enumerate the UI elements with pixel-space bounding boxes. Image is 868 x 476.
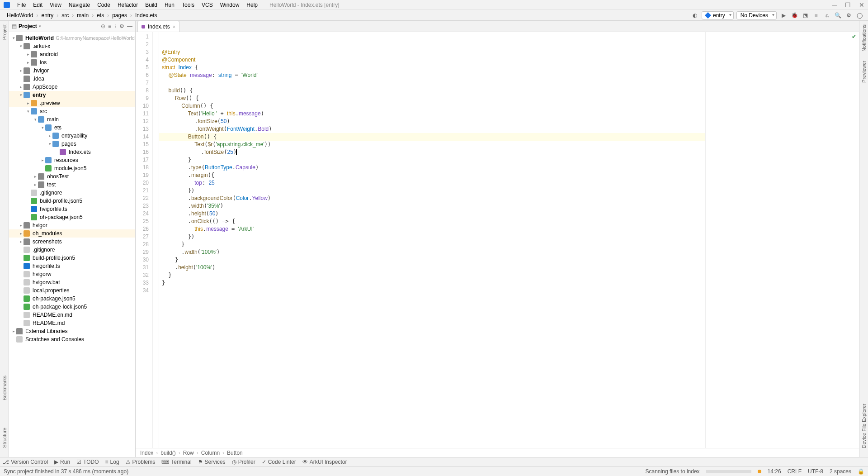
- menu-refactor[interactable]: Refactor: [115, 1, 141, 9]
- code-breadcrumb-item[interactable]: Index: [140, 450, 153, 456]
- device-file-explorer-rail-tab[interactable]: Device File Explorer: [861, 404, 867, 448]
- menu-window[interactable]: Window: [217, 1, 242, 9]
- tree-node[interactable]: ▾HelloWorldG:\HarmonyNamespace\HelloWorl…: [9, 34, 135, 42]
- breadcrumb-item[interactable]: entry: [39, 12, 56, 19]
- stop-button[interactable]: ■: [812, 11, 820, 19]
- tree-node[interactable]: .idea: [9, 75, 135, 83]
- tree-node[interactable]: ▸External Libraries: [9, 327, 135, 335]
- device-dropdown[interactable]: No Devices: [736, 11, 777, 19]
- tool-terminal[interactable]: ⌨Terminal: [161, 459, 191, 465]
- tree-node[interactable]: ▸screenshots: [9, 238, 135, 246]
- tool-arkui-inspector[interactable]: 👁ArkUI Inspector: [302, 459, 347, 465]
- tree-node[interactable]: oh-package.json5: [9, 295, 135, 303]
- tree-node[interactable]: Scratches and Consoles: [9, 335, 135, 343]
- previewer-rail-tab[interactable]: Previewer: [861, 61, 867, 83]
- hide-panel-icon[interactable]: —: [127, 23, 132, 29]
- tree-node[interactable]: hvigorfile.ts: [9, 262, 135, 270]
- tool-log[interactable]: ≡Log: [105, 459, 119, 465]
- collapse-all-icon[interactable]: ⫶: [114, 23, 117, 29]
- tool-services[interactable]: ⚑Services: [198, 459, 226, 465]
- editor-tab[interactable]: Index.ets ×: [137, 21, 179, 32]
- search-everywhere-icon[interactable]: 🔍: [834, 11, 842, 19]
- tool-code-linter[interactable]: ✓Code Linter: [262, 459, 296, 465]
- tree-node[interactable]: .gitignore: [9, 246, 135, 254]
- breadcrumb-item[interactable]: HelloWorld: [5, 12, 35, 19]
- warning-indicator-icon[interactable]: [758, 470, 761, 473]
- menu-tools[interactable]: Tools: [179, 1, 197, 9]
- settings-icon[interactable]: ⚙: [844, 11, 853, 19]
- close-window-button[interactable]: ✕: [859, 1, 864, 9]
- tree-node[interactable]: hvigorw: [9, 270, 135, 278]
- tree-node[interactable]: ▸hvigor: [9, 221, 135, 229]
- tree-node[interactable]: module.json5: [9, 164, 135, 172]
- notifications-rail-tab[interactable]: Notifications: [861, 24, 867, 52]
- expand-all-icon[interactable]: ≡: [108, 23, 111, 29]
- tree-node[interactable]: ▾main: [9, 115, 135, 124]
- minimize-button[interactable]: ─: [832, 1, 837, 9]
- fold-gutter[interactable]: [153, 32, 159, 448]
- menu-code[interactable]: Code: [94, 1, 113, 9]
- tree-node[interactable]: ▸.preview: [9, 99, 135, 107]
- breadcrumb-item[interactable]: ets: [94, 12, 106, 19]
- code-editor[interactable]: @Entry @Component struct Index { @State …: [159, 32, 705, 448]
- tree-node[interactable]: ▸ohosTest: [9, 172, 135, 181]
- tree-node[interactable]: ▸ios: [9, 58, 135, 67]
- breadcrumb-item[interactable]: src: [59, 12, 71, 19]
- analysis-ok-icon[interactable]: ✔: [852, 33, 856, 40]
- tool-version-control[interactable]: ⎇Version Control: [3, 459, 48, 465]
- tool-profiler[interactable]: ◷Profiler: [232, 459, 255, 465]
- tree-node[interactable]: hvigorw.bat: [9, 278, 135, 286]
- tree-node[interactable]: hvigorfile.ts: [9, 205, 135, 213]
- debug-button[interactable]: 🐞: [790, 11, 798, 19]
- attach-debug-icon[interactable]: ⎌: [823, 11, 831, 19]
- run-config-dropdown[interactable]: entry: [702, 11, 734, 19]
- tree-node[interactable]: local.properties: [9, 286, 135, 295]
- lock-icon[interactable]: 🔒: [858, 468, 864, 475]
- select-open-file-icon[interactable]: ⊙: [101, 23, 105, 29]
- tree-node[interactable]: ▾pages: [9, 140, 135, 148]
- tree-node[interactable]: .gitignore: [9, 189, 135, 197]
- project-rail-tab[interactable]: Project: [2, 24, 7, 40]
- code-breadcrumb-item[interactable]: Column: [201, 450, 220, 456]
- tree-node[interactable]: README.en.md: [9, 311, 135, 319]
- tree-node[interactable]: Index.ets: [9, 148, 135, 156]
- close-tab-icon[interactable]: ×: [173, 24, 175, 29]
- tool-problems[interactable]: ⚠Problems: [126, 459, 156, 465]
- breadcrumb-item[interactable]: Index.ets: [133, 12, 160, 19]
- tree-node[interactable]: ▸.hvigor: [9, 67, 135, 75]
- menu-vcs[interactable]: VCS: [199, 1, 216, 9]
- tree-node[interactable]: ▸entryability: [9, 132, 135, 140]
- tree-node[interactable]: README.md: [9, 319, 135, 327]
- breadcrumb-item[interactable]: pages: [110, 12, 129, 19]
- coverage-button[interactable]: ⬔: [801, 11, 809, 19]
- shield-icon[interactable]: ◐: [691, 11, 699, 19]
- run-button[interactable]: ▶: [779, 11, 788, 19]
- menu-file[interactable]: File: [14, 1, 28, 9]
- line-separator[interactable]: CRLF: [788, 468, 802, 475]
- file-encoding[interactable]: UTF-8: [808, 468, 823, 475]
- tool-todo[interactable]: ☑TODO: [76, 459, 99, 465]
- tree-node[interactable]: oh-package.json5: [9, 213, 135, 221]
- menu-view[interactable]: View: [47, 1, 64, 9]
- maximize-button[interactable]: ☐: [845, 1, 851, 9]
- tree-node[interactable]: oh-package-lock.json5: [9, 303, 135, 311]
- menu-help[interactable]: Help: [244, 1, 260, 9]
- menu-run[interactable]: Run: [162, 1, 177, 9]
- tree-node[interactable]: ▾.arkui-x: [9, 42, 135, 50]
- bookmarks-rail-tab[interactable]: Bookmarks: [2, 376, 7, 400]
- tree-node[interactable]: ▸AppScope: [9, 83, 135, 91]
- tree-node[interactable]: ▸test: [9, 181, 135, 189]
- tree-node[interactable]: build-profile.json5: [9, 197, 135, 205]
- tree-node[interactable]: ▸resources: [9, 156, 135, 164]
- panel-settings-icon[interactable]: ⚙: [119, 23, 124, 29]
- menu-edit[interactable]: Edit: [30, 1, 45, 9]
- tree-node[interactable]: ▸oh_modules: [9, 229, 135, 238]
- code-breadcrumb-item[interactable]: build(): [160, 450, 175, 456]
- tree-node[interactable]: ▸android: [9, 50, 135, 58]
- tool-run[interactable]: ▶Run: [54, 459, 70, 465]
- tree-node[interactable]: ▾ets: [9, 124, 135, 132]
- tree-node[interactable]: ▾entry: [9, 91, 135, 99]
- editor-breadcrumb[interactable]: Index›build()›Row›Column›Button: [136, 448, 859, 457]
- tree-node[interactable]: ▾src: [9, 107, 135, 115]
- indent-setting[interactable]: 2 spaces: [830, 468, 851, 475]
